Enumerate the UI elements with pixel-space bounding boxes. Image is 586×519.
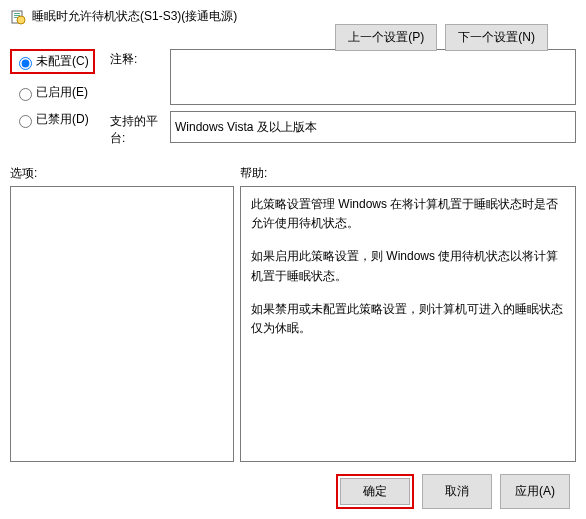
cancel-button[interactable]: 取消 [422,474,492,509]
radio-disabled-label: 已禁用(D) [36,111,89,128]
apply-button[interactable]: 应用(A) [500,474,570,509]
help-text-2: 如果启用此策略设置，则 Windows 使用待机状态以将计算机置于睡眠状态。 [251,247,565,285]
comment-label: 注释: [110,49,170,105]
radio-not-configured-label: 未配置(C) [36,53,89,70]
supported-label: 支持的平台: [110,111,170,147]
supported-platforms-value: Windows Vista 及以上版本 [175,119,317,136]
help-text-3: 如果禁用或未配置此策略设置，则计算机可进入的睡眠状态仅为休眠。 [251,300,565,338]
dialog-title: 睡眠时允许待机状态(S1-S3)(接通电源) [32,8,237,25]
svg-rect-1 [14,13,20,14]
prev-setting-button[interactable]: 上一个设置(P) [335,24,437,51]
config-radio-group: 未配置(C) 已启用(E) 已禁用(D) [10,49,110,153]
svg-rect-2 [14,15,20,16]
radio-not-configured-input[interactable] [19,57,32,70]
radio-disabled[interactable]: 已禁用(D) [14,111,110,128]
radio-enabled-label: 已启用(E) [36,84,88,101]
supported-platforms: Windows Vista 及以上版本 [170,111,576,143]
policy-icon [10,9,26,25]
comment-input[interactable] [170,49,576,105]
ok-button[interactable]: 确定 [340,478,410,505]
radio-not-configured[interactable]: 未配置(C) [14,49,110,74]
help-text-1: 此策略设置管理 Windows 在将计算机置于睡眠状态时是否允许使用待机状态。 [251,195,565,233]
help-label: 帮助: [240,165,267,182]
radio-enabled-input[interactable] [19,88,32,101]
svg-point-4 [17,16,25,24]
options-panel [10,186,234,462]
next-setting-button[interactable]: 下一个设置(N) [445,24,548,51]
radio-enabled[interactable]: 已启用(E) [14,84,110,101]
help-panel: 此策略设置管理 Windows 在将计算机置于睡眠状态时是否允许使用待机状态。 … [240,186,576,462]
radio-disabled-input[interactable] [19,115,32,128]
options-label: 选项: [10,165,240,182]
